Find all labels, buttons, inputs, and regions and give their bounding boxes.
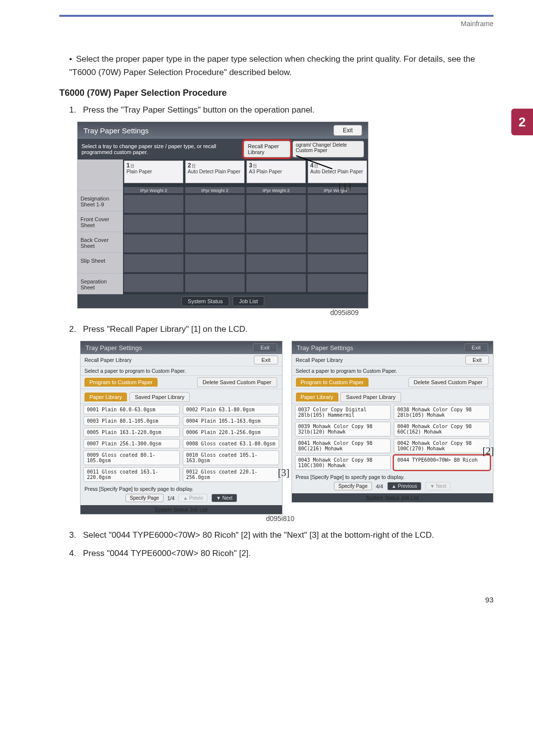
paper-option[interactable]: 0004 Plain 105.1-163.0gsm — [183, 416, 279, 426]
system-status-button[interactable]: System Status — [155, 507, 188, 513]
tab-saved-paper-library[interactable]: Saved Paper Library — [340, 392, 401, 402]
heading-procedure: T6000 (70W) Paper Selection Procedure — [59, 88, 493, 98]
weight-cell: tPpr Weight 2 — [307, 187, 368, 194]
tray-2-header[interactable]: 2 ⌸Auto Detect Plain Paper — [185, 160, 245, 183]
step-1: 1.Press the "Tray Paper Settings" button… — [69, 103, 493, 118]
figure-caption: d095i809 — [77, 309, 369, 317]
weight-cell: tPpr Weight 2 — [185, 187, 245, 194]
select-label: Select a paper to program to Custom Pape… — [81, 366, 282, 376]
delete-saved-custom-paper-button[interactable]: Delete Saved Custom Paper — [409, 377, 488, 387]
recall-label: Recall Paper Library — [296, 357, 343, 363]
paper-option[interactable]: 0001 Plain 60.0-63.0gsm — [83, 405, 180, 414]
paper-option[interactable]: 0009 Gloss coated 80.1-105.0gsm — [83, 450, 180, 465]
tray-1-header[interactable]: 1 ⌸Plain Paper — [124, 160, 183, 183]
page-number: 93 — [59, 596, 493, 604]
system-status-button[interactable]: System Status — [366, 495, 400, 501]
header-rule — [59, 15, 493, 17]
tab-paper-library[interactable]: Paper Library — [296, 393, 338, 401]
weight-cell: tPpr Weight 2 — [123, 187, 184, 194]
page-indicator: 4/4 — [376, 483, 383, 489]
specify-page-button[interactable]: Specify Page — [125, 494, 164, 502]
paper-option[interactable]: 0038 Mohawk Color Copy 98 28lb(105) Moha… — [394, 405, 490, 420]
paper-option[interactable]: 0044 TYPE6000<70W> 80 Ricoh — [394, 455, 490, 470]
specify-page-label: Press [Specify Page] to specify page to … — [296, 474, 490, 480]
callout-2: [2] — [483, 445, 494, 457]
paper-option[interactable]: 0043 Mohawk Color Copy 98 110C(300) Moha… — [295, 455, 391, 470]
step-3: 3.Select "0044 TYPE6000<70W> 80 Ricoh" [… — [69, 528, 493, 543]
page-indicator: 1/4 — [167, 495, 175, 501]
exit-button[interactable]: Exit — [253, 343, 277, 352]
step-2: 2.Press "Recall Paper Library" [1] on th… — [69, 322, 493, 337]
figure-caption: d095i810 — [77, 515, 294, 522]
job-list-button[interactable]: Job List — [401, 495, 418, 501]
section-tab: 2 — [511, 109, 533, 135]
previous-button: ▲ Previo — [178, 494, 207, 502]
next-button: ▼ Next — [425, 482, 451, 490]
job-list-button[interactable]: Job List — [233, 296, 264, 306]
paper-option[interactable]: 0008 Gloss coated 63.1-80.0gsm — [183, 439, 279, 448]
previous-button[interactable]: ▲ Previous — [387, 482, 422, 490]
program-to-custom-paper-button[interactable]: Program to Custom Paper — [296, 378, 369, 387]
paper-option[interactable]: 0012 Gloss coated 220.1-256.0gsm — [183, 467, 279, 482]
row-label: Separation Sheet — [78, 274, 123, 294]
tab-paper-library[interactable]: Paper Library — [84, 393, 127, 401]
panel-left: Tray Paper Settings Exit Recall Paper Li… — [80, 341, 283, 515]
delete-saved-custom-paper-button[interactable]: Delete Saved Custom Paper — [197, 377, 277, 387]
tab-saved-paper-library[interactable]: Saved Paper Library — [129, 392, 190, 402]
paper-option[interactable]: 0006 Plain 220.1-256.0gsm — [183, 428, 279, 437]
select-label: Select a paper to program to Custom Pape… — [292, 366, 493, 376]
row-label: Back Cover Sheet — [78, 232, 123, 253]
dialog-title: Tray Paper Settings — [83, 126, 149, 135]
callout-3: [3] — [278, 467, 289, 478]
row-label: Designation Sheet 1-9 — [78, 191, 123, 211]
paper-option[interactable]: 0039 Mohawk Color Copy 98 32lb(120) Moha… — [295, 422, 391, 437]
bullet-item: •Select the proper paper type in the pap… — [69, 52, 493, 79]
recall-label: Recall Paper Library — [84, 357, 131, 363]
paper-option[interactable]: 0005 Plain 163.1-220.0gsm — [83, 428, 180, 437]
bullet-text: Select the proper paper type in the pape… — [69, 54, 475, 77]
dialog-title: Tray Paper Settings — [297, 344, 353, 352]
program-custom-paper-button[interactable]: ogram/ Change/ Delete Custom Paper — [292, 141, 364, 158]
paper-option[interactable]: 0007 Plain 256.1-300.0gsm — [83, 439, 180, 448]
callout-1: [1] — [338, 180, 351, 193]
paper-option[interactable]: 0011 Gloss coated 163.1-220.0gsm — [83, 467, 180, 482]
specify-page-button[interactable]: Specify Page — [334, 482, 372, 490]
job-list-button[interactable]: Job List — [190, 507, 207, 513]
dialog-title: Tray Paper Settings — [85, 344, 142, 352]
breadcrumb: Mainframe — [59, 20, 493, 28]
row-label: Slip Sheet — [78, 253, 123, 274]
next-button[interactable]: ▼ Next — [211, 494, 237, 502]
weight-cell: tPpr Weight 2 — [246, 187, 306, 194]
exit-button[interactable]: Exit — [254, 356, 278, 364]
paper-option[interactable]: 0002 Plain 63.1-80.0gsm — [183, 405, 279, 414]
paper-option[interactable]: 0003 Plain 80.1-105.0gsm — [83, 416, 180, 426]
exit-button[interactable]: Exit — [465, 356, 489, 364]
paper-option[interactable]: 0037 Color Copy Digital 28lb(105) Hammer… — [295, 405, 391, 420]
paper-option[interactable]: 0040 Mohawk Color Copy 98 60C(162) Mohaw… — [394, 422, 490, 437]
paper-option[interactable]: 0041 Mohawk Color Copy 98 80C(216) Mohaw… — [295, 438, 391, 453]
paper-option[interactable]: 0010 Gloss coated 105.1-163.0gsm — [183, 450, 279, 465]
row-label: Front Cover Sheet — [78, 211, 123, 232]
system-status-button[interactable]: System Status — [181, 296, 229, 306]
dialog-subtext: Select a tray to change paper size / pap… — [82, 143, 244, 155]
paper-option[interactable]: 0042 Mohawk Color Copy 98 100C(270) Moha… — [394, 438, 490, 453]
figure-recall-paper-library: Tray Paper Settings Exit Recall Paper Li… — [80, 341, 493, 515]
panel-right: Tray Paper Settings Exit Recall Paper Li… — [291, 341, 494, 503]
specify-page-label: Press [Specify Page] to specify page to … — [84, 486, 278, 492]
step-4: 4.Press "0044 TYPE6000<70W> 80 Ricoh" [2… — [69, 547, 493, 561]
figure-tray-paper-settings: Tray Paper Settings Exit Select a tray t… — [77, 121, 369, 309]
exit-button[interactable]: Exit — [333, 125, 362, 136]
exit-button[interactable]: Exit — [464, 343, 488, 352]
program-to-custom-paper-button[interactable]: Program to Custom Paper — [84, 378, 158, 387]
recall-paper-library-button[interactable]: Recall Paper Library — [244, 141, 290, 158]
